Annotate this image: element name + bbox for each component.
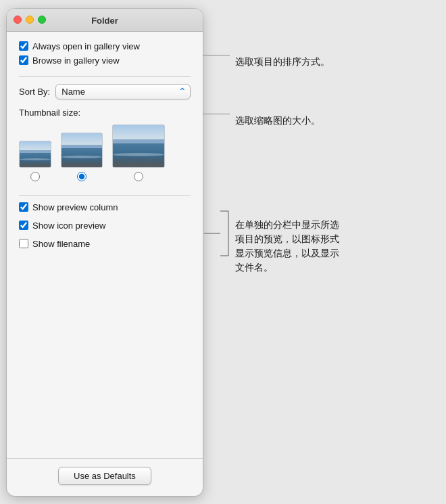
thumb-large <box>112 124 165 181</box>
show-preview-column-label[interactable]: Show preview column <box>32 202 118 212</box>
thumb-medium-img <box>61 133 103 168</box>
sort-select[interactable]: Name Date Modified Date Created Size Kin… <box>55 84 191 99</box>
close-button[interactable] <box>14 16 22 24</box>
thumb-small-img <box>19 141 51 168</box>
thumbnails-container <box>19 124 191 181</box>
window-title: Folder <box>91 16 118 26</box>
thumb-medium <box>61 133 103 181</box>
use-as-defaults-button[interactable]: Use as Defaults <box>58 467 151 485</box>
thumb-large-img <box>112 124 165 168</box>
maximize-button[interactable] <box>38 16 46 24</box>
thumb-large-radio[interactable] <box>134 172 143 181</box>
annotations-area: 选取项目的排序方式。 选取缩略图的大小。 在单独的分栏中显示所选 项目的预览，以… <box>203 9 439 496</box>
show-preview-column-checkbox[interactable] <box>19 202 28 212</box>
thumb-small <box>19 141 51 181</box>
sort-annotation-line <box>203 55 230 55</box>
sort-select-wrapper: Name Date Modified Date Created Size Kin… <box>55 84 191 99</box>
traffic-lights <box>14 16 46 24</box>
thumb-medium-radio[interactable] <box>77 172 86 181</box>
sort-label: Sort By: <box>19 87 50 97</box>
browse-gallery-checkbox[interactable] <box>19 55 28 65</box>
title-bar: Folder <box>7 9 203 32</box>
browse-gallery-label[interactable]: Browse in gallery view <box>32 55 120 66</box>
thumbnail-annotation-text: 选取缩略图的大小。 <box>235 114 320 128</box>
thumbnail-annotation: 选取缩略图的大小。 <box>203 114 320 128</box>
show-icon-preview-label[interactable]: Show icon preview <box>32 221 105 231</box>
always-open-label[interactable]: Always open in gallery view <box>32 41 140 51</box>
sort-annotation: 选取项目的排序方式。 <box>203 55 330 69</box>
folder-panel: Folder Always open in gallery view Brows… <box>7 9 203 496</box>
show-icon-preview-checkbox[interactable] <box>19 221 28 230</box>
thumbnail-size-label: Thumbnail size: <box>19 108 191 118</box>
sort-row: Sort By: Name Date Modified Date Created… <box>19 84 191 99</box>
preview-annotation: 在单独的分栏中显示所选 项目的预览，以图标形式 显示预览信息，以及显示 文件名。 <box>203 208 339 275</box>
main-window: Folder Always open in gallery view Brows… <box>7 9 439 496</box>
preview-section: Show preview column Show icon preview Sh… <box>19 195 191 253</box>
show-filename-row: Show filename <box>19 239 191 249</box>
bracket-svg <box>203 210 230 257</box>
divider-1 <box>19 76 191 77</box>
preview-annotation-text: 在单独的分栏中显示所选 项目的预览，以图标形式 显示预览信息，以及显示 文件名。 <box>235 218 339 275</box>
sort-annotation-text: 选取项目的排序方式。 <box>235 55 330 69</box>
bottom-area: Use as Defaults <box>7 458 203 496</box>
show-filename-label[interactable]: Show filename <box>32 239 90 249</box>
show-preview-column-row: Show preview column <box>19 202 191 212</box>
browse-gallery-row: Browse in gallery view <box>19 55 191 66</box>
always-open-checkbox[interactable] <box>19 41 28 51</box>
show-icon-preview-row: Show icon preview <box>19 221 191 231</box>
minimize-button[interactable] <box>26 16 34 24</box>
thumbnail-annotation-line <box>203 114 230 114</box>
panel-content: Always open in gallery view Browse in ga… <box>7 32 203 458</box>
always-open-row: Always open in gallery view <box>19 41 191 51</box>
show-filename-checkbox[interactable] <box>19 239 28 248</box>
thumb-small-radio[interactable] <box>30 172 40 181</box>
